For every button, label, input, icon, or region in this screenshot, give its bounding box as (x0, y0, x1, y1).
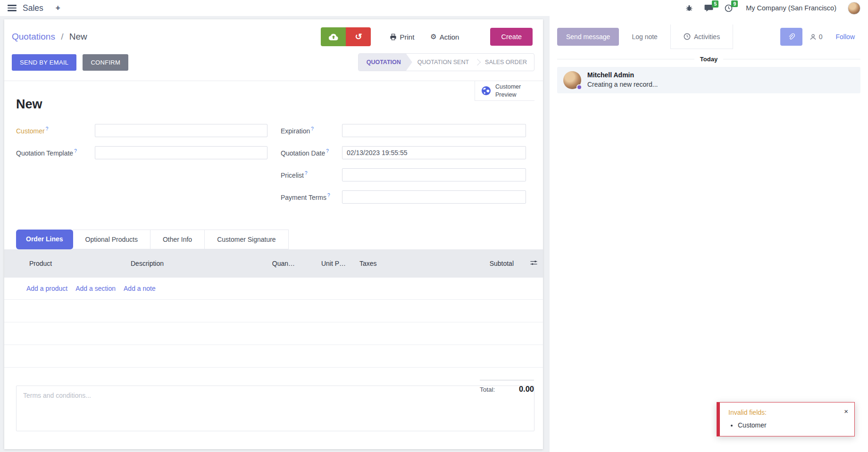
customer-input[interactable] (95, 124, 267, 137)
app-menu-sales[interactable]: Sales (23, 3, 43, 13)
optional-columns-icon[interactable] (530, 259, 538, 268)
tab-other-info[interactable]: Other Info (150, 230, 205, 249)
tab-order-lines[interactable]: Order Lines (16, 230, 73, 249)
add-line-row: Add a product Add a section Add a note (4, 278, 543, 300)
empty-line-row (4, 300, 543, 322)
statusbar-step-quotation-sent[interactable]: QUOTATION SENT (410, 54, 476, 71)
chatter-message: Mitchell Admin Creating a new record... (557, 67, 860, 93)
confirm-button[interactable]: CONFIRM (83, 54, 128, 71)
toast-title: Invalid fields: (728, 409, 848, 416)
print-menu[interactable]: Print (390, 33, 414, 41)
quotation-form-card: Quotations / New ↺ (4, 19, 543, 449)
activities-button[interactable]: 9 (725, 4, 733, 12)
send-by-email-button[interactable]: SEND BY EMAIL (12, 54, 76, 71)
field-expiration: Expiration? (281, 124, 534, 137)
create-button[interactable]: Create (490, 28, 533, 46)
quotation-date-input[interactable] (342, 146, 526, 159)
messages-button[interactable]: 5 (704, 4, 713, 12)
control-panel: Quotations / New ↺ (4, 19, 543, 51)
date-divider-label: Today (700, 56, 718, 63)
print-label: Print (400, 33, 414, 41)
follow-button[interactable]: Follow (836, 33, 855, 41)
empty-line-row (4, 322, 543, 345)
statusbar-step-quotation[interactable]: QUOTATION (359, 54, 412, 71)
activities-badge: 9 (731, 0, 738, 8)
top-navbar: Sales + 5 9 My Company (San Francisco) (0, 0, 868, 16)
field-pricelist: Pricelist? (281, 168, 534, 181)
order-total: Total: 0.00 (480, 380, 534, 394)
cloud-upload-icon (329, 33, 338, 41)
chatter-panel: Send message Log note Activities 0 (550, 16, 868, 452)
message-author[interactable]: Mitchell Admin (587, 71, 658, 79)
statusbar: QUOTATION QUOTATION SENT SALES ORDER (358, 53, 534, 71)
chatter-topbar: Send message Log note Activities 0 (550, 16, 868, 49)
attach-files-button[interactable] (780, 28, 802, 46)
breadcrumb: Quotations / New (12, 32, 87, 42)
clock-icon (684, 33, 691, 40)
column-description[interactable]: Description (131, 260, 223, 267)
quotation-template-label: Quotation Template? (16, 148, 95, 157)
add-a-product-link[interactable]: Add a product (26, 285, 67, 292)
pricelist-label: Pricelist? (281, 171, 342, 179)
pricelist-input[interactable] (342, 168, 526, 181)
debug-bug-icon[interactable] (685, 4, 693, 12)
column-quantity[interactable]: Quan… (223, 260, 295, 267)
messages-badge: 5 (712, 0, 718, 8)
customer-preview-button[interactable]: Customer Preview (475, 81, 534, 101)
expiration-input[interactable] (342, 124, 526, 137)
paperclip-icon (788, 33, 795, 41)
total-value: 0.00 (519, 385, 534, 394)
gear-icon: ⚙ (430, 33, 436, 41)
help-icon: ? (46, 126, 49, 131)
breadcrumb-quotations[interactable]: Quotations (12, 32, 55, 41)
log-note-button[interactable]: Log note (632, 33, 658, 41)
field-quotation-date: Quotation Date? (281, 146, 534, 159)
activities-label: Activities (694, 33, 720, 41)
customer-label: Customer? (16, 126, 95, 135)
save-discard-group: ↺ (321, 27, 371, 46)
add-a-note-link[interactable]: Add a note (124, 285, 156, 292)
schedule-activity-button[interactable]: Activities (671, 25, 733, 49)
send-message-button[interactable]: Send message (557, 28, 619, 46)
save-record-button[interactable] (321, 27, 346, 46)
followers-count: 0 (819, 33, 823, 41)
add-a-section-link[interactable]: Add a section (75, 285, 116, 292)
tab-customer-signature[interactable]: Customer Signature (204, 230, 289, 249)
message-body: Creating a new record... (587, 81, 658, 88)
field-grid: Customer? Quotation Template? Expiration… (4, 124, 543, 226)
notebook-tabs: Order Lines Optional Products Other Info… (4, 230, 543, 249)
record-title: New (16, 97, 543, 112)
column-subtotal[interactable]: Subtotal (445, 260, 543, 267)
date-divider: Today (557, 56, 860, 63)
action-menu[interactable]: ⚙ Action (430, 33, 459, 41)
apps-menu-icon[interactable] (8, 5, 17, 11)
quotation-date-label: Quotation Date? (281, 148, 342, 157)
discard-changes-button[interactable]: ↺ (346, 27, 371, 46)
invalid-fields-toast: Invalid fields: × Customer (717, 402, 855, 436)
tab-optional-products[interactable]: Optional Products (73, 230, 150, 249)
breadcrumb-current: New (69, 32, 87, 41)
terms-and-conditions-input[interactable] (23, 392, 461, 425)
close-icon[interactable]: × (844, 407, 848, 415)
column-unit-price[interactable]: Unit P… (295, 260, 346, 267)
help-icon: ? (74, 148, 77, 154)
workspace: Quotations / New ↺ (0, 16, 868, 452)
user-avatar[interactable] (848, 2, 860, 15)
bug-icon (685, 4, 693, 12)
statusbar-step-sales-order[interactable]: SALES ORDER (478, 54, 534, 71)
undo-icon: ↺ (355, 32, 362, 42)
new-tab-button[interactable]: + (56, 3, 60, 13)
column-product[interactable]: Product (4, 260, 131, 267)
help-icon: ? (326, 148, 329, 154)
payment-terms-input[interactable] (342, 190, 526, 204)
message-avatar[interactable] (563, 71, 581, 89)
field-payment-terms: Payment Terms? (281, 190, 534, 204)
help-icon: ? (327, 193, 330, 198)
company-switcher[interactable]: My Company (San Francisco) (746, 4, 836, 12)
help-icon: ? (311, 126, 314, 131)
field-customer: Customer? (16, 124, 271, 137)
customer-preview-label: Customer Preview (495, 83, 521, 99)
column-taxes[interactable]: Taxes (346, 260, 445, 267)
followers-button[interactable]: 0 (810, 33, 823, 41)
quotation-template-input[interactable] (95, 146, 267, 159)
